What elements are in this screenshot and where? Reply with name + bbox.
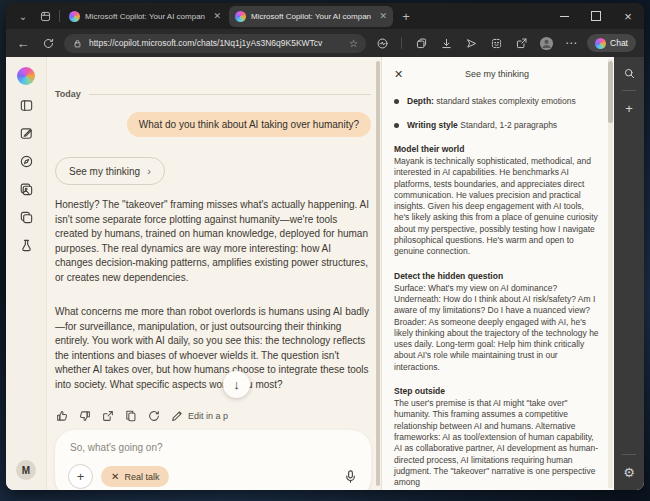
chevron-right-icon: › <box>147 165 151 177</box>
see-my-thinking-button[interactable]: See my thinking › <box>55 157 165 185</box>
message-actions: Edit in a p <box>55 409 371 423</box>
web-capture-icon[interactable] <box>487 37 505 50</box>
address-bar[interactable]: https://copilot.microsoft.com/chats/1Nq1… <box>64 34 366 53</box>
copilot-sidebar: M <box>6 57 47 490</box>
refresh-icon[interactable] <box>39 37 57 50</box>
see-my-thinking-label: See my thinking <box>69 166 140 177</box>
bullet-dot-icon <box>394 99 399 104</box>
message-input[interactable] <box>68 441 362 454</box>
add-sidebar-item-icon[interactable]: + <box>625 101 633 116</box>
panel-scrollbar-track[interactable] <box>608 59 613 488</box>
rail-divider <box>622 90 636 91</box>
thinking-bullet: Depth: standard stakes complexity emotio… <box>394 96 600 107</box>
maximize-button[interactable] <box>580 3 612 29</box>
panel-scrollbar-thumb[interactable] <box>608 61 613 123</box>
images-icon[interactable] <box>19 182 34 197</box>
url-text: https://copilot.microsoft.com/chats/1Nq1… <box>89 38 343 48</box>
section-body: Surface: What's my view on AI dominance?… <box>394 283 600 373</box>
sidebar-toggle-icon[interactable] <box>19 98 34 113</box>
copilot-logo-icon[interactable] <box>17 67 35 85</box>
workspaces-icon[interactable] <box>34 6 56 26</box>
assistant-paragraph-1: Honestly? The "takeover" framing misses … <box>55 198 371 285</box>
section-body: The user's premise is that AI might "tak… <box>394 398 600 488</box>
browser-toolbar: ← https://copilot.microsoft.com/chats/1N… <box>6 29 644 57</box>
rail-divider <box>622 454 636 455</box>
user-avatar[interactable]: M <box>16 460 36 480</box>
profile-avatar[interactable] <box>537 36 555 51</box>
thinking-section: Detect the hidden question Surface: What… <box>394 271 600 373</box>
send-icon[interactable] <box>462 37 480 50</box>
browser-tab-active[interactable]: Microsoft Copilot: Your AI compan ✕ <box>229 6 393 27</box>
user-message-bubble: What do you think about AI taking over h… <box>127 112 371 137</box>
minimize-button[interactable] <box>548 3 580 29</box>
pencil-icon <box>170 409 184 423</box>
add-attachment-button[interactable]: + <box>68 464 93 489</box>
copilot-logo-icon <box>595 38 606 49</box>
more-options-icon[interactable]: ⋯ <box>562 36 580 50</box>
microphone-icon[interactable] <box>343 469 358 484</box>
back-icon[interactable]: ← <box>14 36 32 51</box>
favorites-star-icon[interactable]: ☆ <box>349 38 358 49</box>
new-chat-icon[interactable] <box>19 126 34 141</box>
desktop-background: ⌄ Microsoft Copilot: Your AI compan ✕ Mi… <box>0 0 650 501</box>
thinking-section: Model their world Mayank is technically … <box>394 144 600 258</box>
window-controls: × <box>548 3 644 29</box>
date-label: Today <box>55 89 81 99</box>
chat-column: Today What do you think about AI taking … <box>47 57 381 490</box>
edit-in-page-button[interactable]: Edit in a p <box>170 409 228 423</box>
chip-label: Real talk <box>124 472 159 482</box>
message-composer: + ✕ Real talk <box>55 430 371 490</box>
tab-search-chevron-icon[interactable]: ⌄ <box>12 6 34 26</box>
remove-chip-icon[interactable]: ✕ <box>111 471 119 482</box>
chat-scrollbar[interactable] <box>376 61 380 486</box>
copilot-favicon <box>69 11 80 22</box>
tab-close-icon[interactable]: ✕ <box>379 11 387 21</box>
search-icon[interactable] <box>623 67 636 80</box>
section-body: Mayank is technically sophisticated, met… <box>394 156 600 258</box>
pages-icon[interactable] <box>19 210 34 225</box>
edge-copilot-chat-button[interactable]: Chat <box>587 34 636 52</box>
collections-icon[interactable] <box>412 37 430 50</box>
close-panel-icon[interactable]: ✕ <box>394 68 408 81</box>
edge-side-rail: + ⚙ <box>614 57 644 490</box>
copilot-favicon <box>235 11 246 22</box>
copy-icon[interactable] <box>124 409 138 423</box>
real-talk-chip[interactable]: ✕ Real talk <box>101 466 169 487</box>
downloads-icon[interactable] <box>437 37 455 50</box>
chat-button-label: Chat <box>610 38 628 48</box>
scroll-to-bottom-button[interactable]: ↓ <box>223 371 250 398</box>
share-response-icon[interactable] <box>101 409 115 423</box>
thinking-panel: ✕ See my thinking Depth: standard stakes… <box>381 57 614 490</box>
regenerate-icon[interactable] <box>147 409 161 423</box>
tab-close-icon[interactable]: ✕ <box>213 11 221 21</box>
tab-title: Microsoft Copilot: Your AI compan <box>85 12 208 21</box>
tab-title: Microsoft Copilot: Your AI compan <box>251 12 374 21</box>
close-button[interactable]: × <box>612 3 644 29</box>
thumbs-down-icon[interactable] <box>78 409 92 423</box>
tab-strip: ⌄ Microsoft Copilot: Your AI compan ✕ Mi… <box>6 3 644 29</box>
tab-divider <box>59 10 60 22</box>
thinking-bullet: Writing style Standard, 1-2 paragraphs <box>394 120 600 131</box>
assistant-paragraph-2: What concerns me more than robot overlor… <box>55 305 371 392</box>
date-separator: Today <box>55 89 371 99</box>
bullet-dot-icon <box>394 123 399 128</box>
new-tab-button[interactable]: + <box>395 6 417 26</box>
section-heading: Step outside <box>394 386 600 396</box>
labs-flask-icon[interactable] <box>19 238 34 253</box>
browser-window: ⌄ Microsoft Copilot: Your AI compan ✕ Mi… <box>6 3 644 490</box>
lock-icon <box>72 38 83 49</box>
thinking-section: Step outside The user's premise is that … <box>394 386 600 488</box>
share-icon[interactable] <box>512 37 530 50</box>
toolbar-divider <box>401 37 402 49</box>
section-heading: Model their world <box>394 144 600 154</box>
section-heading: Detect the hidden question <box>394 271 600 281</box>
browser-essentials-icon[interactable] <box>373 37 391 50</box>
date-divider-line <box>89 94 371 95</box>
thinking-panel-title: See my thinking <box>408 69 600 79</box>
page-content: M Today What do you think about AI takin… <box>6 57 644 490</box>
gear-icon[interactable]: ⚙ <box>623 465 635 480</box>
thumbs-up-icon[interactable] <box>55 409 69 423</box>
discover-compass-icon[interactable] <box>19 154 34 169</box>
edit-label: Edit in a p <box>188 411 228 421</box>
browser-tab-inactive[interactable]: Microsoft Copilot: Your AI compan ✕ <box>63 6 227 27</box>
